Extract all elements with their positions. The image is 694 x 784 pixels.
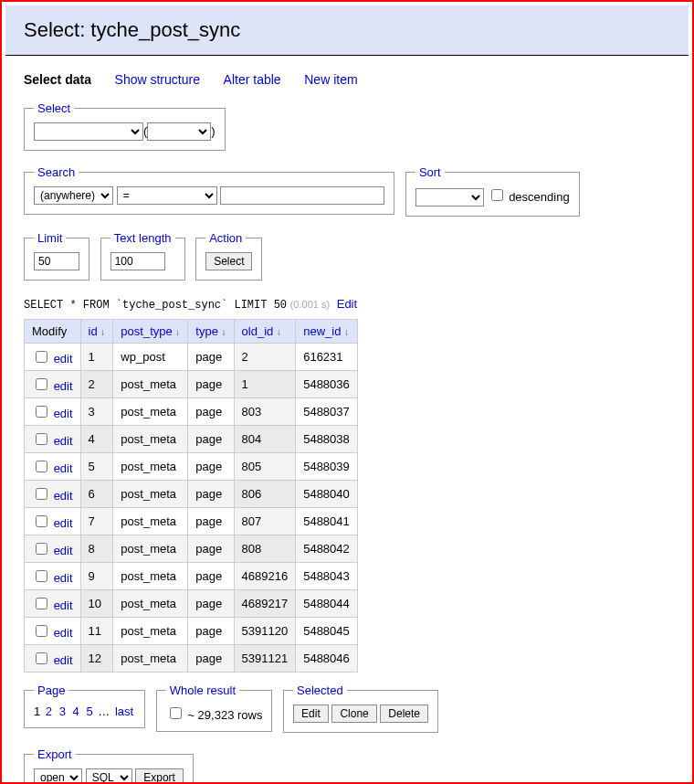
selected-fieldset: Selected — [283, 683, 438, 733]
cell-type: page — [188, 618, 234, 645]
row-checkbox[interactable] — [36, 351, 47, 363]
row-edit-link[interactable]: edit — [54, 653, 73, 667]
cell-id: 2 — [80, 371, 113, 398]
cell-post-type: post_meta — [113, 590, 188, 618]
col-type[interactable]: type ↓ — [188, 320, 234, 344]
col-old-id[interactable]: old_id ↓ — [234, 320, 296, 344]
col-new-id[interactable]: new_id ↓ — [296, 320, 358, 344]
row-checkbox[interactable] — [36, 598, 47, 609]
cell-old-id: 2 — [234, 344, 296, 371]
tab-new-item[interactable]: New item — [304, 72, 357, 87]
cell-type: page — [188, 344, 234, 371]
tab-select-data[interactable]: Select data — [24, 72, 91, 87]
search-fieldset: Search (anywhere) = — [24, 165, 394, 215]
row-edit-link[interactable]: edit — [54, 599, 73, 612]
textlen-input[interactable] — [110, 252, 165, 270]
cell-id: 6 — [80, 481, 113, 508]
export-button[interactable] — [135, 768, 184, 784]
row-edit-link[interactable]: edit — [54, 379, 73, 393]
row-edit-link[interactable]: edit — [54, 434, 73, 448]
row-checkbox[interactable] — [36, 433, 47, 445]
row-checkbox[interactable] — [36, 515, 47, 527]
row-edit-link[interactable]: edit — [54, 571, 73, 585]
page-link-4[interactable]: 4 — [73, 705, 79, 718]
sort-descending-checkbox[interactable] — [491, 189, 503, 201]
cell-new-id: 5488037 — [296, 398, 358, 426]
search-column-dropdown[interactable]: (anywhere) — [34, 186, 113, 205]
row-edit-link[interactable]: edit — [54, 626, 73, 640]
row-checkbox[interactable] — [36, 652, 47, 664]
whole-result-label[interactable]: ~ 29,323 rows — [166, 708, 263, 722]
cell-post-type: post_meta — [113, 508, 188, 535]
row-checkbox[interactable] — [36, 625, 47, 637]
select-columns-dropdown[interactable] — [34, 122, 143, 141]
row-checkbox[interactable] — [36, 543, 47, 555]
selected-clone-button[interactable] — [331, 705, 376, 723]
col-post-type[interactable]: post_type ↓ — [113, 320, 188, 344]
cell-id: 7 — [80, 508, 113, 535]
cell-type: page — [188, 508, 234, 535]
cell-new-id: 5488039 — [296, 453, 358, 481]
export-format-dropdown[interactable]: SQL — [86, 768, 132, 784]
selected-delete-button[interactable] — [380, 705, 428, 723]
sql-query-text: SELECT * FROM `tyche_post_sync` LIMIT 50 — [24, 299, 287, 312]
cell-post-type: post_meta — [113, 398, 188, 426]
table-row: edit4post_metapage8045488038 — [25, 426, 358, 453]
cell-post-type: post_meta — [113, 481, 188, 508]
row-edit-link[interactable]: edit — [54, 544, 73, 557]
page-link-2[interactable]: 2 — [46, 705, 52, 718]
row-edit-link[interactable]: edit — [54, 461, 73, 475]
selected-legend: Selected — [293, 683, 347, 697]
table-row: edit5post_metapage8055488039 — [25, 453, 358, 481]
cell-post-type: post_meta — [113, 371, 188, 398]
cell-id: 12 — [80, 645, 113, 673]
row-edit-link[interactable]: edit — [54, 352, 73, 366]
export-fieldset: Export open SQL — [24, 747, 194, 784]
row-edit-link[interactable]: edit — [54, 407, 73, 420]
page-link-5[interactable]: 5 — [86, 705, 92, 718]
sql-edit-link[interactable]: Edit — [337, 297, 357, 311]
select-functions-dropdown[interactable] — [147, 122, 211, 141]
tab-alter-table[interactable]: Alter table — [224, 72, 281, 87]
cell-old-id: 804 — [234, 426, 296, 453]
row-checkbox[interactable] — [36, 406, 47, 418]
row-checkbox[interactable] — [36, 461, 47, 472]
tab-show-structure[interactable]: Show structure — [115, 72, 200, 87]
results-table: Modify id ↓ post_type ↓ type ↓ old_id ↓ … — [24, 319, 358, 673]
limit-input[interactable] — [34, 252, 79, 270]
cell-old-id: 806 — [234, 481, 296, 508]
row-checkbox[interactable] — [36, 570, 47, 582]
sort-arrow-icon: ↓ — [344, 327, 349, 337]
sql-query-line: SELECT * FROM `tyche_post_sync` LIMIT 50… — [24, 297, 692, 312]
cell-type: page — [188, 563, 234, 590]
sort-column-dropdown[interactable] — [415, 188, 484, 207]
row-checkbox[interactable] — [36, 488, 47, 500]
selected-edit-button[interactable] — [293, 705, 329, 723]
limit-legend: Limit — [34, 231, 66, 245]
cell-old-id: 1 — [234, 371, 296, 398]
textlen-fieldset: Text length — [100, 231, 185, 281]
cell-old-id: 5391120 — [234, 618, 296, 645]
cell-old-id: 4689217 — [234, 590, 296, 618]
cell-new-id: 5488043 — [296, 563, 358, 590]
export-output-dropdown[interactable]: open — [34, 768, 82, 784]
cell-new-id: 5488036 — [296, 371, 358, 398]
cell-post-type: post_meta — [113, 618, 188, 645]
cell-post-type: post_meta — [113, 563, 188, 590]
page-link-3[interactable]: 3 — [59, 705, 66, 718]
whole-result-checkbox[interactable] — [170, 707, 182, 719]
row-edit-link[interactable]: edit — [54, 516, 73, 530]
sort-descending-label[interactable]: descending — [488, 190, 570, 204]
page-legend: Page — [34, 683, 68, 697]
page-header: Select: tyche_post_sync — [5, 5, 689, 56]
row-edit-link[interactable]: edit — [54, 489, 73, 503]
row-checkbox[interactable] — [36, 378, 47, 390]
col-id[interactable]: id ↓ — [80, 320, 113, 344]
search-value-input[interactable] — [220, 186, 384, 205]
search-operator-dropdown[interactable]: = — [117, 186, 217, 205]
cell-type: page — [188, 645, 234, 673]
cell-new-id: 5488038 — [296, 426, 358, 453]
select-button[interactable] — [205, 252, 252, 270]
page-link-last[interactable]: last — [115, 705, 133, 718]
cell-old-id: 808 — [234, 535, 296, 563]
